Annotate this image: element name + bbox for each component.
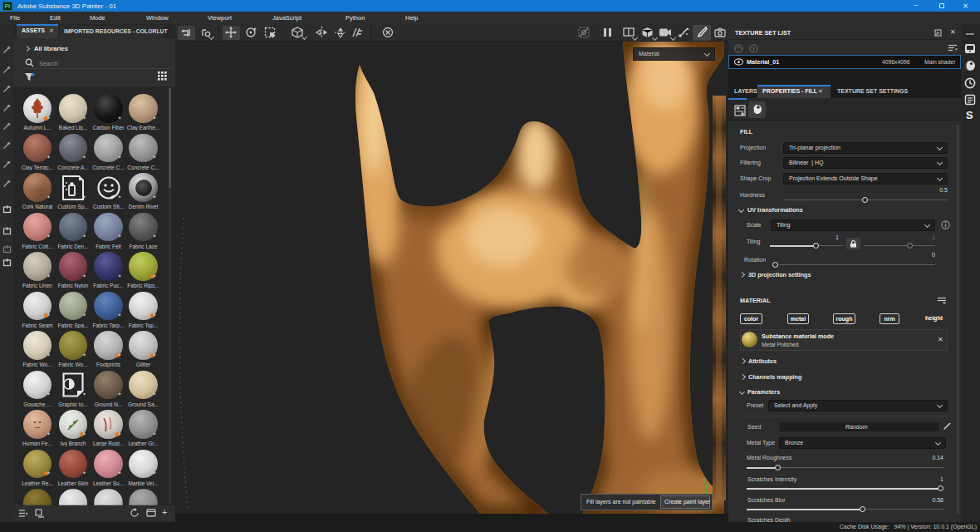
svg-text:y: y (703, 477, 707, 484)
